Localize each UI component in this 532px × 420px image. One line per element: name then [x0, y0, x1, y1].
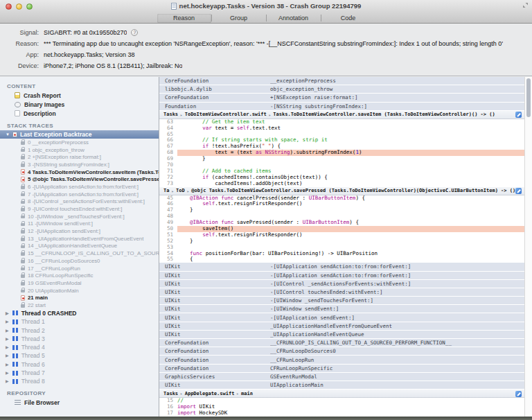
disclosure-right-icon[interactable]: ▶ [6, 379, 9, 383]
stack-frame-item[interactable]: 3 -[NSString substringFromIndex:] [0, 161, 159, 168]
disclosure-right-icon[interactable]: ▶ [6, 371, 9, 375]
sidebar-item-thread-0-crashed[interactable]: ▶Thread 0 CRASHED [0, 309, 159, 317]
sidebar-item-thread-4[interactable]: ▶Thread 4 [0, 343, 159, 351]
stack-frame-row[interactable]: UIKit_UIApplicationHandleEventFromQueueE… [159, 322, 524, 331]
tab-reason[interactable]: Reason [157, 14, 211, 23]
stack-frame-item[interactable]: 12 -[UIApplication sendEvent:] [0, 227, 159, 235]
stack-frame-item[interactable]: 19 GSEventRunModal [0, 279, 159, 287]
frame-library: CoreFoundation [159, 78, 270, 84]
stack-frame-row[interactable]: UIKit-[UIApplication sendAction:to:from:… [159, 263, 524, 271]
frame-library: UIKit [159, 331, 270, 338]
stack-frame-item[interactable]: 8 -[UIControl _sendActionsForEvents:with… [0, 198, 159, 206]
sidebar-item-thread-1[interactable]: ▶Thread 1 [0, 317, 159, 326]
stack-frame-row[interactable]: Foundation-[NSString substringFromIndex:… [159, 103, 524, 111]
lock-icon [21, 216, 25, 219]
sidebar-item-file-browser[interactable]: File Browser [0, 398, 159, 407]
disclosure-right-icon[interactable]: ▶ [6, 329, 9, 333]
tab-annotation[interactable]: Annotation [267, 14, 321, 23]
stack-frame-item[interactable]: 13 _UIApplicationHandleEventFromQueueEve… [0, 235, 159, 243]
disclosure-down-icon[interactable]: ▼ [6, 132, 10, 137]
stack-frame-item[interactable]: 5 @objc Tasks.ToDoItemViewController.sav… [0, 175, 159, 183]
disclosure-right-icon[interactable]: ▶ [6, 345, 9, 349]
stack-frame-item[interactable]: 14 _UIApplicationHandleEventQueue [0, 243, 159, 250]
sidebar-item-last-exception-backtrace[interactable]: ▼Last Exception Backtrace [0, 130, 159, 139]
stack-frame-row[interactable]: UIKit-[UIControl touchesEnded:withEvent:… [159, 288, 524, 297]
disclosure-right-icon[interactable]: ▶ [6, 311, 9, 315]
code-line: 70 [159, 162, 524, 168]
stack-frame-row[interactable]: libobjc.A.dylibobjc_exception_throw [159, 85, 524, 94]
vertical-scrollbar[interactable] [524, 77, 532, 420]
code-line: 47 } [159, 207, 524, 213]
stack-frame-row[interactable]: UIKit-[UIWindow _sendTouchesForEvent:] [159, 297, 524, 305]
code-text: } [177, 207, 524, 213]
window-chrome: net.hockeyapp.Tasks - Version 38 - Crash… [0, 0, 532, 24]
crash-info-row-reason: Reason:*** Terminating app due to uncaug… [0, 38, 532, 49]
stack-frame-item[interactable]: 0 __exceptionPreprocess [0, 139, 159, 146]
stack-frame-item[interactable]: 11 -[UIWindow sendEvent:] [0, 220, 159, 228]
stack-frame-row[interactable]: UIKitUIApplicationMain [159, 381, 524, 390]
stack-frame-item[interactable]: 4 Tasks.ToDoItemViewController.saveItem … [0, 168, 159, 176]
open-in-editor-icon[interactable] [515, 112, 522, 118]
stack-frame-item[interactable]: 7 -[UIApplication sendAction:to:from:for… [0, 191, 159, 198]
stack-frame-item[interactable]: 1 objc_exception_throw [0, 146, 159, 154]
title-bar[interactable]: net.hockeyapp.Tasks - Version 38 - Crash… [0, 0, 532, 13]
code-text [177, 245, 524, 251]
stack-frame-row[interactable]: CoreFoundation__CFRunLoopDoSources0 [159, 347, 524, 356]
sidebar-item-description[interactable]: Description [0, 109, 159, 118]
stack-frame-item[interactable]: 15 __CFRUNLOOP_IS_CALLING_OUT_TO_A_SOURC… [0, 250, 159, 257]
scrollbar-thumb[interactable] [526, 78, 531, 117]
stack-frame-item[interactable]: 6 -[UIApplication sendAction:to:from:for… [0, 183, 159, 191]
sidebar-item-thread-6[interactable]: ▶Thread 6 [0, 360, 159, 369]
stack-frame-item[interactable]: 20 UIApplicationMain [0, 287, 159, 295]
stack-frame-item[interactable]: 21 main [0, 294, 159, 301]
frame-function: __CFRunLoopRun [270, 357, 524, 363]
crash-file-icon [21, 169, 25, 175]
breadcrumb-crumb: ToD [176, 188, 185, 193]
stack-frame-row[interactable]: CoreFoundation__CFRUNLOOP_IS_CALLING_OUT… [159, 339, 524, 347]
disclosure-right-icon[interactable]: ▶ [6, 320, 9, 324]
stack-frame-item[interactable]: 18 CFRunLoopRunSpecific [0, 272, 159, 279]
stack-frame-row[interactable]: UIKit-[UIWindow sendEvent:] [159, 305, 524, 313]
tab-code[interactable]: Code [321, 14, 375, 23]
stack-frame-item[interactable]: 22 start [0, 301, 159, 309]
sidebar-item-thread-3[interactable]: ▶Thread 3 [0, 335, 159, 343]
icon-file-browser [15, 400, 21, 405]
stack-frame-row[interactable]: CoreFoundation__CFRunLoopRun [159, 356, 524, 364]
stack-frame-row[interactable]: CoreFoundation__exceptionPreprocess [159, 77, 524, 85]
stack-frame-row[interactable]: CoreFoundation+[NSException raise:format… [159, 94, 524, 102]
stack-frame-item[interactable]: 10 -[UIWindow _sendTouchesForEvent:] [0, 213, 159, 220]
source-breadcrumb[interactable]: Tasks▸AppDelegate.swift▸main [159, 390, 524, 398]
sidebar-item-crash-report[interactable]: Crash Report [0, 91, 159, 100]
sidebar-item-thread-8[interactable]: ▶Thread 8 [0, 377, 159, 385]
disclosure-right-icon[interactable]: ▶ [6, 337, 9, 341]
stack-frame-row[interactable]: UIKit-[UIControl _sendActionsForEvents:w… [159, 280, 524, 288]
fullscreen-icon[interactable] [522, 2, 529, 8]
stack-frame-row[interactable]: GraphicsServicesGSEventRunModal [159, 373, 524, 381]
open-in-editor-icon[interactable] [515, 188, 522, 194]
lock-icon [21, 304, 25, 308]
breadcrumb-crumb: AppDelegate.swift [185, 391, 235, 396]
frame-function: _UIApplicationHandleEventFromQueueEvent [270, 323, 524, 329]
open-in-editor-icon[interactable] [515, 391, 522, 397]
stack-frame-row[interactable]: UIKit-[UIApplication sendAction:to:from:… [159, 272, 524, 280]
stack-frame-item[interactable]: 9 -[UIControl touchesEnded:withEvent:] [0, 205, 159, 213]
disclosure-right-icon[interactable]: ▶ [6, 362, 9, 367]
stack-frame-item[interactable]: 16 __CFRunLoopDoSources0 [0, 257, 159, 265]
stack-frame-row[interactable]: CoreFoundationCFRunLoopRunSpecific [159, 365, 524, 373]
icon-binary-images [15, 102, 21, 107]
stack-frame-item[interactable]: 17 __CFRunLoopRun [0, 265, 159, 272]
stack-frame-row[interactable]: UIKit_UIApplicationHandleEventQueue [159, 331, 524, 339]
source-breadcrumb[interactable]: Tasks▸ToDoItemViewController.swift▸Tasks… [159, 111, 524, 119]
sidebar-item-thread-2[interactable]: ▶Thread 2 [0, 326, 159, 334]
disclosure-right-icon[interactable]: ▶ [6, 353, 9, 358]
stack-frame-label: 3 -[NSString substringFromIndex:] [28, 161, 109, 168]
tab-group[interactable]: Group [212, 14, 266, 23]
stack-frame-item[interactable]: 2 +[NSException raise:format:] [0, 153, 159, 161]
help-icon[interactable]: ? [131, 29, 138, 36]
sidebar-item-thread-5[interactable]: ▶Thread 5 [0, 351, 159, 360]
source-breadcrumb[interactable]: Ta▸ToD▸@objc Tasks.ToDoItemViewControlle… [159, 187, 524, 195]
stack-frame-row[interactable]: UIKit-[UIApplication sendEvent:] [159, 313, 524, 322]
sidebar-item-binary-images[interactable]: Binary Images [0, 100, 159, 109]
sidebar-item-thread-7[interactable]: ▶Thread 7 [0, 369, 159, 377]
code-block: 45 @IBAction func cancelPressed(sender :… [159, 195, 524, 263]
